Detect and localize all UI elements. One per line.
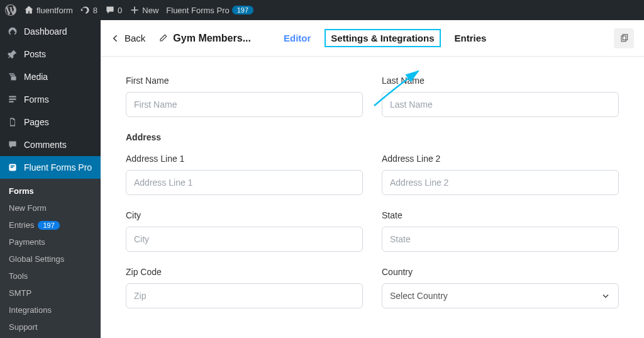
first-name-label: First Name <box>126 76 363 86</box>
city-input[interactable] <box>126 227 363 252</box>
zip-input[interactable] <box>126 283 363 308</box>
sub-payments[interactable]: Payments <box>0 234 101 251</box>
address-section-title: Address <box>126 132 619 142</box>
last-name-label: Last Name <box>382 76 619 86</box>
menu-dashboard[interactable]: Dashboard <box>0 20 101 43</box>
pin-icon <box>6 48 19 60</box>
zip-label: Zip Code <box>126 267 363 277</box>
sub-support[interactable]: Support <box>0 318 101 335</box>
site-name-link[interactable]: fluentform <box>24 5 73 15</box>
chevron-down-icon <box>601 291 611 301</box>
line2-label: Address Line 2 <box>382 154 619 164</box>
menu-label: Comments <box>24 140 67 150</box>
sub-entries[interactable]: Entries197 <box>0 217 101 234</box>
menu-label: Fluent Forms Pro <box>24 162 92 172</box>
pencil-icon <box>158 33 168 43</box>
new-label: New <box>142 6 158 15</box>
country-value: Select Country <box>390 291 448 301</box>
sub-integrations[interactable]: Integrations <box>0 301 101 318</box>
line1-label: Address Line 1 <box>126 154 363 164</box>
tab-editor[interactable]: Editor <box>282 29 312 47</box>
arrow-left-icon <box>111 33 121 43</box>
shortcode-button[interactable] <box>614 28 634 48</box>
editor-tabs: Editor Settings & Integrations Entries <box>282 29 601 47</box>
plus-icon <box>130 5 140 15</box>
back-label: Back <box>125 33 145 43</box>
menu-label: Forms <box>24 94 49 104</box>
entries-badge: 197 <box>38 221 59 230</box>
menu-label: Dashboard <box>24 26 67 37</box>
comments-link[interactable]: 0 <box>105 5 122 15</box>
dashboard-icon <box>6 25 19 38</box>
page-icon <box>6 116 19 128</box>
line2-input[interactable] <box>382 170 619 195</box>
back-button[interactable]: Back <box>111 33 145 43</box>
svg-rect-2 <box>623 34 627 40</box>
first-name-input[interactable] <box>126 92 363 117</box>
sub-new-form[interactable]: New Form <box>0 200 101 217</box>
main-content: Back Gym Members... Editor Settings & In… <box>101 20 644 338</box>
fluent-submenu: Forms New Form Entries197 Payments Globa… <box>0 179 101 338</box>
country-label: Country <box>382 267 619 277</box>
form-preview: First Name Last Name Address Address Lin… <box>101 57 644 338</box>
menu-pages[interactable]: Pages <box>0 111 101 133</box>
sub-tools[interactable]: Tools <box>0 268 101 284</box>
menu-fluent-forms[interactable]: Fluent Forms Pro <box>0 156 101 179</box>
refresh-icon <box>80 5 91 15</box>
comment-icon <box>105 5 115 15</box>
menu-label: Posts <box>24 49 46 59</box>
country-select[interactable]: Select Country <box>382 283 619 308</box>
comments-count: 0 <box>118 6 122 15</box>
svg-rect-1 <box>621 36 626 42</box>
wp-logo[interactable] <box>5 4 16 16</box>
fluent-icon <box>6 161 19 174</box>
line1-input[interactable] <box>126 170 363 195</box>
ff-badge: 197 <box>232 6 253 14</box>
last-name-input[interactable] <box>382 92 619 117</box>
comment-icon <box>6 138 19 151</box>
tab-entries[interactable]: Entries <box>453 29 488 47</box>
sub-forms[interactable]: Forms <box>0 183 101 200</box>
updates-count: 8 <box>93 6 97 15</box>
menu-comments[interactable]: Comments <box>0 133 101 156</box>
copy-icon <box>619 33 629 43</box>
wp-admin-bar: fluentform 8 0 New Fluent Forms Pro 197 <box>0 0 644 20</box>
menu-forms[interactable]: Forms <box>0 88 101 111</box>
sub-smtp[interactable]: SMTP <box>0 284 101 301</box>
forms-icon <box>6 93 19 106</box>
form-name: Gym Members... <box>173 33 251 44</box>
state-label: State <box>382 210 619 220</box>
menu-label: Media <box>24 72 48 82</box>
updates-link[interactable]: 8 <box>80 5 97 15</box>
menu-posts[interactable]: Posts <box>0 43 101 65</box>
form-name-edit[interactable]: Gym Members... <box>158 33 251 44</box>
state-input[interactable] <box>382 227 619 252</box>
menu-media[interactable]: Media <box>0 65 101 88</box>
sub-global-settings[interactable]: Global Settings <box>0 251 101 268</box>
city-label: City <box>126 210 363 220</box>
tab-settings[interactable]: Settings & Integrations <box>325 29 440 47</box>
site-name: fluentform <box>36 6 73 15</box>
media-icon <box>6 70 19 83</box>
home-icon <box>24 5 34 15</box>
fluent-forms-bar-link[interactable]: Fluent Forms Pro 197 <box>166 6 253 15</box>
menu-label: Pages <box>24 117 49 127</box>
admin-sidebar: Dashboard Posts Media Forms Pages Commen… <box>0 20 101 338</box>
editor-top-bar: Back Gym Members... Editor Settings & In… <box>101 20 644 57</box>
ff-label: Fluent Forms Pro <box>166 6 229 15</box>
new-link[interactable]: New <box>130 5 158 15</box>
